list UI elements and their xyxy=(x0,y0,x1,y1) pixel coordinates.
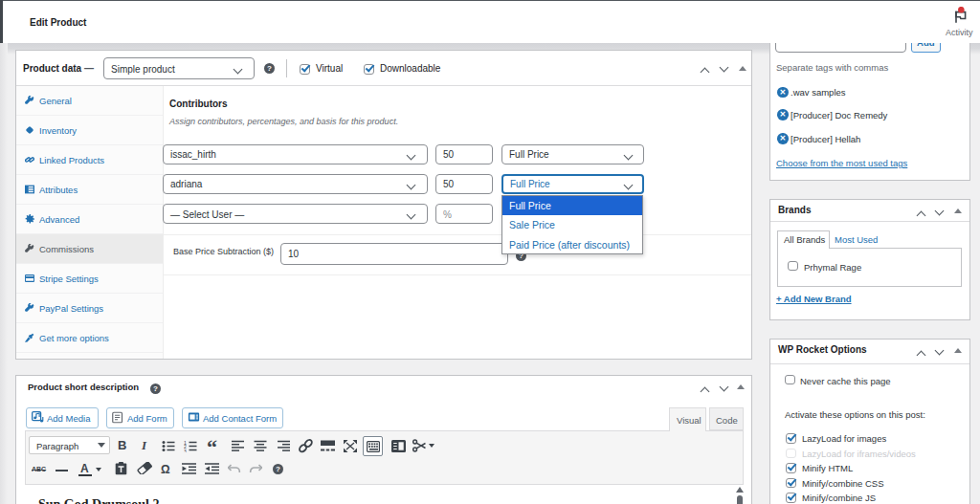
svg-text:3: 3 xyxy=(184,449,187,453)
